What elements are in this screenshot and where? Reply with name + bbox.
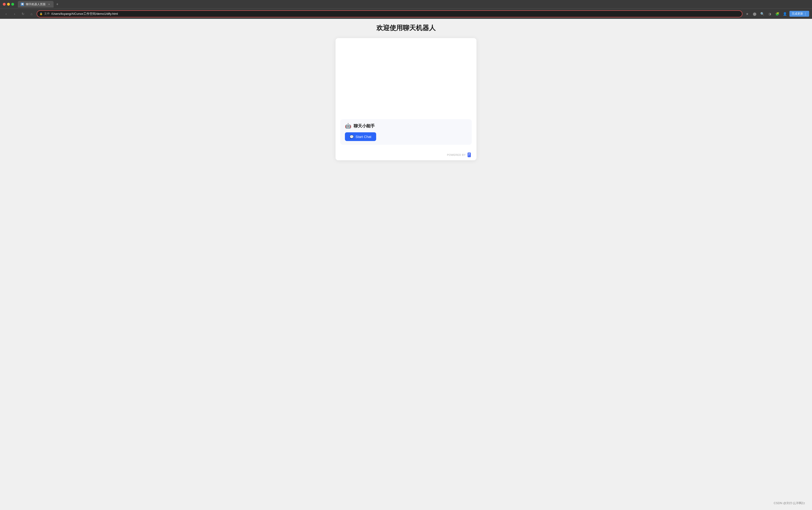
profile-icon[interactable]: 👤 [782,11,788,17]
search-icon[interactable]: 🔍 [759,11,765,17]
page-content: 欢迎使用聊天机器人 🤖 聊天小能手 💬 Start Chat POWERED B… [0,19,812,510]
maximize-button[interactable] [11,3,14,6]
bot-avatar: 🤖 [345,123,351,129]
chat-bubble-icon: 💬 [350,135,354,139]
minimize-button[interactable] [7,3,10,6]
dify-logo-icon [468,152,471,157]
file-icon: 🔒 [39,12,43,15]
powered-by-bar: POWERED BY [336,149,476,160]
address-bar[interactable]: 🔒 文件 /Users/liuyang/AICursor工作空间/demo1/d… [37,10,743,18]
powered-by-text: POWERED BY [447,153,466,156]
bookmark-star-icon[interactable]: ★ [744,11,750,17]
chat-widget-container: 🤖 聊天小能手 💬 Start Chat POWERED BY [336,38,476,160]
update-button[interactable]: 完成更新 ⋮ [789,11,809,17]
file-label: 文件 [44,12,50,16]
chat-widget-body: 🤖 聊天小能手 💬 Start Chat [336,38,476,149]
refresh-button[interactable]: ↻ [20,10,26,17]
update-more-icon: ⋮ [804,12,807,16]
url-text: /Users/liuyang/AICursor工作空间/demo1/dify.h… [51,12,740,16]
tab-favicon: 💬 [21,3,24,6]
chat-bot-header: 🤖 聊天小能手 [345,123,467,129]
svg-rect-3 [468,155,469,156]
tab-close-button[interactable]: × [48,3,51,6]
home-button[interactable]: ⌂ [28,10,35,17]
theme-icon[interactable]: ◑ [767,11,773,17]
extensions-icon[interactable]: 🧩 [775,11,780,17]
browser-window: 💬 聊天机器人页面 × + ‹ › ↻ ⌂ 🔒 文件 /Users/liuyan… [0,0,812,510]
new-tab-button[interactable]: + [55,1,60,7]
close-button[interactable] [3,3,6,6]
toolbar: ‹ › ↻ ⌂ 🔒 文件 /Users/liuyang/AICursor工作空间… [0,8,812,19]
page-title: 欢迎使用聊天机器人 [376,24,436,32]
dify-logo [467,152,472,158]
forward-button[interactable]: › [11,10,18,17]
start-chat-button[interactable]: 💬 Start Chat [345,132,376,141]
svg-rect-1 [468,153,470,154]
title-bar: 💬 聊天机器人页面 × + [0,0,812,8]
update-button-label: 完成更新 [792,12,803,16]
chat-bot-card: 🤖 聊天小能手 💬 Start Chat [340,119,472,145]
svg-rect-2 [468,154,470,155]
back-button[interactable]: ‹ [3,10,9,17]
tab-title: 聊天机器人页面 [26,2,46,6]
reader-icon[interactable]: ⬤ [752,11,757,17]
tab-bar: 💬 聊天机器人页面 × + [18,1,809,7]
active-tab[interactable]: 💬 聊天机器人页面 × [18,1,54,7]
start-chat-label: Start Chat [355,135,372,139]
watermark: CSDN @刘什么洋啊Zz [774,501,805,505]
bot-name: 聊天小能手 [354,123,375,129]
traffic-lights [3,3,14,6]
toolbar-right: ★ ⬤ 🔍 ◑ 🧩 👤 完成更新 ⋮ [744,11,809,17]
